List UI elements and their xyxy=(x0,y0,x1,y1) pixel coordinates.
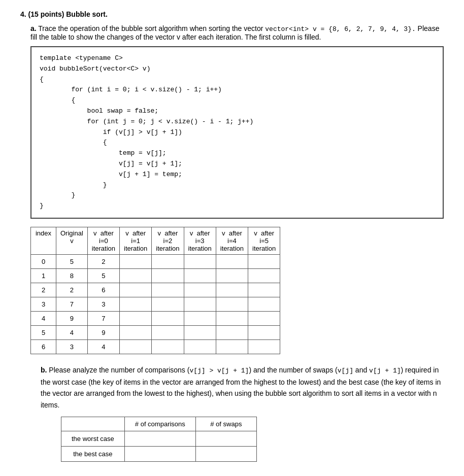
code-line-8: if (v[j] > v[j + 1]) xyxy=(40,127,435,138)
cell-index: 2 xyxy=(31,283,56,297)
swaps-cell[interactable] xyxy=(195,446,256,461)
part-b: b. Please analyze the number of comparis… xyxy=(30,364,444,462)
cell-i2 xyxy=(152,254,184,268)
cell-i5 xyxy=(248,311,280,325)
table-row: 4 9 7 xyxy=(31,311,280,325)
cell-i2 xyxy=(152,283,184,297)
cell-index: 1 xyxy=(31,268,56,283)
cell-index: 0 xyxy=(31,254,56,268)
comparisons-cell[interactable] xyxy=(124,446,195,461)
cell-index: 3 xyxy=(31,297,56,311)
cell-i4 xyxy=(216,254,248,268)
cell-original: 9 xyxy=(56,311,88,325)
list-item: the best case xyxy=(61,446,257,461)
question-header: 4. (15 points) Bubble sort. xyxy=(20,10,444,18)
trace-table: index Originalv v afteri=0iteration v af… xyxy=(30,227,280,354)
cell-index: 4 xyxy=(31,311,56,325)
analysis-th-comparisons: # of comparisons xyxy=(124,417,195,431)
case-label: the best case xyxy=(61,446,125,461)
code-line-4: for (int i = 0; i < v.size() - 1; i++) xyxy=(40,85,435,95)
code-line-12: v[j + 1] = temp; xyxy=(40,169,435,180)
cell-i3 xyxy=(184,268,216,283)
cell-index: 5 xyxy=(31,325,56,339)
case-label: the worst case xyxy=(61,431,125,446)
table-row: 3 7 3 xyxy=(31,297,280,311)
cell-i5 xyxy=(248,254,280,268)
vector-declaration: vector<int> v = {8, 6, 2, 7, 9, 4, 3}. xyxy=(265,25,415,33)
question-number: 4. (15 points) Bubble sort. xyxy=(20,10,108,18)
th-i5: v afteri=5iteration xyxy=(248,227,280,254)
table-row: 2 2 6 xyxy=(31,283,280,297)
cell-i4 xyxy=(216,297,248,311)
cell-i0: 2 xyxy=(87,254,119,268)
cell-i3 xyxy=(184,339,216,354)
table-row: 1 8 5 xyxy=(31,268,280,283)
code-line-5: { xyxy=(40,95,435,106)
th-original: Originalv xyxy=(56,227,88,254)
table-row: 5 4 9 xyxy=(31,325,280,339)
cell-i0: 3 xyxy=(87,297,119,311)
part-b-text: b. Please analyze the number of comparis… xyxy=(41,364,444,411)
comparisons-cell[interactable] xyxy=(124,431,195,446)
cell-i0: 6 xyxy=(87,283,119,297)
cell-i0: 5 xyxy=(87,268,119,283)
code-line-6: bool swap = false; xyxy=(40,106,435,117)
cell-original: 7 xyxy=(56,297,88,311)
cell-i5 xyxy=(248,325,280,339)
cell-i2 xyxy=(152,297,184,311)
table-row: 6 3 4 xyxy=(31,339,280,354)
cell-i1 xyxy=(120,325,152,339)
analysis-table: # of comparisons # of swaps the worst ca… xyxy=(61,417,257,462)
cell-i4 xyxy=(216,268,248,283)
code-line-9: { xyxy=(40,138,435,148)
swaps-cell[interactable] xyxy=(195,431,256,446)
code-line-2: void bubbleSort(vector<C> v) xyxy=(40,64,435,75)
table-row: 0 5 2 xyxy=(31,254,280,268)
cell-i1 xyxy=(120,268,152,283)
code-line-3: { xyxy=(40,75,435,85)
cell-i5 xyxy=(248,297,280,311)
cell-i0: 7 xyxy=(87,311,119,325)
cell-i0: 9 xyxy=(87,325,119,339)
list-item: the worst case xyxy=(61,431,257,446)
cell-i3 xyxy=(184,325,216,339)
cell-i4 xyxy=(216,283,248,297)
part-a-intro: a. Trace the operation of the bubble sor… xyxy=(30,24,444,41)
cell-i2 xyxy=(152,339,184,354)
cell-i5 xyxy=(248,268,280,283)
cell-original: 3 xyxy=(56,339,88,354)
part-a-label: a. xyxy=(30,24,37,32)
cell-i2 xyxy=(152,325,184,339)
th-i0: v afteri=0iteration xyxy=(87,227,119,254)
cell-i3 xyxy=(184,311,216,325)
part-b-label: b. xyxy=(41,366,47,374)
th-i4: v afteri=4iteration xyxy=(216,227,248,254)
cell-original: 2 xyxy=(56,283,88,297)
cell-i3 xyxy=(184,254,216,268)
th-i3: v afteri=3iteration xyxy=(184,227,216,254)
cell-i4 xyxy=(216,311,248,325)
code-line-1: template <typename C> xyxy=(40,53,435,64)
th-index: index xyxy=(31,227,56,254)
analysis-header-row: # of comparisons # of swaps xyxy=(61,417,257,431)
cell-i2 xyxy=(152,268,184,283)
th-i2: v afteri=2iteration xyxy=(152,227,184,254)
cell-original: 4 xyxy=(56,325,88,339)
code-box: template <typename C> void bubbleSort(ve… xyxy=(30,46,444,219)
cell-i1 xyxy=(120,339,152,354)
cell-i1 xyxy=(120,297,152,311)
code-line-15: } xyxy=(40,201,435,212)
code-line-13: } xyxy=(40,180,435,191)
cell-index: 6 xyxy=(31,339,56,354)
cell-i1 xyxy=(120,311,152,325)
cell-i4 xyxy=(216,339,248,354)
code-line-7: for (int j = 0; j < v.size() - i - 1; j+… xyxy=(40,117,435,127)
cell-i1 xyxy=(120,283,152,297)
analysis-th-swaps: # of swaps xyxy=(195,417,256,431)
trace-table-header-row: index Originalv v afteri=0iteration v af… xyxy=(31,227,280,254)
th-i1: v afteri=1iteration xyxy=(120,227,152,254)
cell-original: 8 xyxy=(56,268,88,283)
cell-i2 xyxy=(152,311,184,325)
cell-i4 xyxy=(216,325,248,339)
cell-i3 xyxy=(184,283,216,297)
